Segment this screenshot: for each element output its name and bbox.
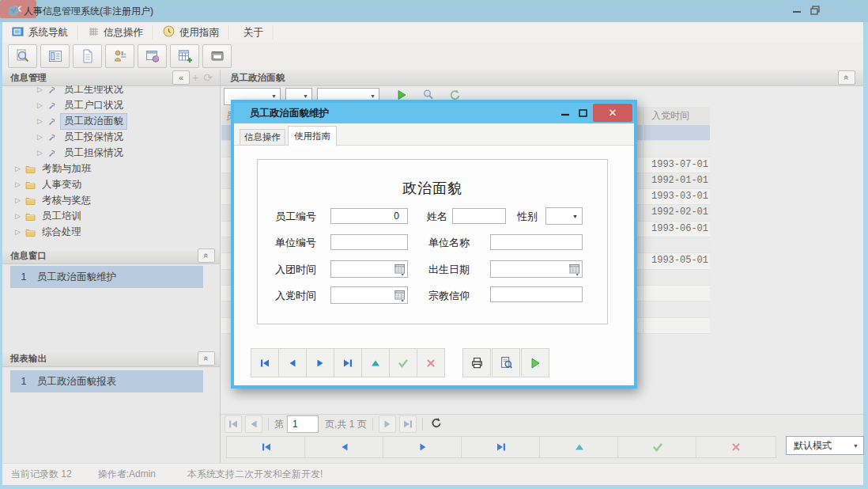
minimize-button[interactable] (787, 0, 806, 21)
tree-item[interactable]: ▷ 员工担保情况 (2, 145, 220, 161)
window-list-item[interactable]: 1 员工政治面貌维护 (10, 266, 203, 288)
first-record-button[interactable] (226, 436, 307, 458)
refresh-grid-icon[interactable] (430, 417, 442, 431)
collapse-left-icon[interactable]: « (172, 70, 190, 85)
tree-item[interactable]: ▷ 员工政治面貌 (2, 113, 220, 129)
collapse-up-icon[interactable]: « (838, 70, 855, 85)
emp-no-field[interactable] (330, 208, 408, 224)
tree-item-label[interactable]: 考勤与加班 (39, 161, 95, 176)
expand-arrow-icon[interactable]: ▷ (37, 101, 47, 109)
table-add-button[interactable] (170, 44, 199, 68)
report-panel-list: 1 员工政治面貌报表 (2, 366, 220, 463)
tree-item-label[interactable]: 考核与奖惩 (39, 193, 95, 208)
calendar-icon[interactable] (569, 263, 580, 279)
dialog-close-button[interactable]: ✕ (593, 104, 632, 122)
menu-item[interactable]: 使用指南 (153, 22, 228, 43)
cancel-button[interactable] (417, 348, 445, 377)
employee-chart-button[interactable] (105, 44, 134, 68)
report-list-item[interactable]: 1 员工政治面貌报表 (10, 370, 203, 392)
tool-icon (47, 85, 61, 95)
religion-field[interactable] (490, 286, 583, 302)
last-record-button[interactable] (461, 436, 542, 458)
tree-item-label[interactable]: 员工担保情况 (61, 146, 126, 161)
tree-item-label[interactable]: 人事变动 (39, 177, 85, 192)
mode-select[interactable]: 默认模式 ▼ (786, 436, 864, 455)
tree-item-label[interactable]: 员工投保情况 (61, 130, 126, 145)
tree-item[interactable]: ▷ 考核与奖惩 (2, 192, 220, 208)
confirm-button[interactable] (389, 348, 417, 377)
birth-date-field[interactable] (490, 260, 583, 278)
confirm-button[interactable] (617, 436, 698, 458)
tree-item[interactable]: ▷ 人事变动 (2, 176, 220, 192)
party-date-cell: 1992-01-01 (643, 173, 710, 188)
restore-button[interactable] (806, 0, 825, 21)
expand-arrow-icon[interactable]: ▷ (15, 228, 25, 236)
last-page-button[interactable] (399, 415, 417, 433)
expand-arrow-icon[interactable]: ▷ (15, 165, 25, 172)
tree-item[interactable]: ▷ 员工生理状况 (2, 85, 220, 97)
expand-arrow-icon[interactable]: ▷ (37, 85, 47, 93)
calendar-icon[interactable] (394, 263, 406, 279)
cancel-button[interactable] (696, 436, 776, 458)
next-record-button[interactable] (383, 436, 463, 458)
name-field[interactable] (452, 208, 506, 224)
expand-arrow-icon[interactable]: ▷ (15, 196, 25, 204)
tab-info-operation[interactable]: 信息操作 (240, 129, 285, 146)
insert-record-button[interactable] (539, 436, 620, 458)
tree-item[interactable]: ▷ 综合处理 (2, 224, 220, 240)
refresh-icon[interactable]: ⟳ (201, 71, 215, 84)
collapse-up-icon[interactable]: « (198, 248, 215, 263)
next-record-button[interactable] (306, 348, 334, 377)
dialog-maximize-button[interactable] (574, 103, 591, 123)
party-date-field[interactable] (330, 286, 408, 304)
party-date-cell: 1993-05-01 (643, 253, 710, 268)
print-preview-button[interactable] (492, 348, 520, 377)
first-record-button[interactable] (251, 348, 279, 377)
expand-arrow-icon[interactable]: ▷ (15, 180, 25, 188)
tree-item[interactable]: ▷ 员工投保情况 (2, 129, 220, 145)
unit-no-field[interactable] (330, 234, 408, 250)
collapse-up-icon[interactable]: « (198, 351, 215, 366)
document-button[interactable] (73, 44, 102, 68)
tree-item-label[interactable]: 综合处理 (39, 225, 85, 240)
panel-view-button[interactable] (202, 44, 232, 68)
first-page-button[interactable] (225, 415, 242, 433)
tab-user-guide[interactable]: 使用指南 (288, 126, 337, 146)
expand-arrow-icon[interactable]: ▷ (37, 149, 47, 157)
menu-item[interactable]: 关于 (229, 22, 273, 43)
tool-icon (47, 116, 61, 127)
prev-record-button[interactable] (304, 436, 385, 458)
column-separator[interactable] (643, 107, 643, 125)
menu-item[interactable]: 系统导航 (2, 22, 77, 43)
tree-item[interactable]: ▷ 员工培训 (2, 208, 220, 224)
dialog-titlebar: 员工政治面貌维护 ✕ (234, 103, 634, 123)
expand-arrow-icon[interactable]: ▷ (15, 212, 25, 220)
expand-arrow-icon[interactable]: ▷ (37, 117, 47, 125)
window-preview-button[interactable] (138, 44, 167, 68)
tree-item-label[interactable]: 员工户口状况 (61, 98, 126, 113)
print-button[interactable] (462, 348, 491, 377)
page-number-input[interactable] (287, 415, 319, 433)
calendar-icon[interactable] (394, 290, 406, 305)
insert-record-button[interactable] (361, 348, 390, 377)
expand-arrow-icon[interactable]: ▷ (37, 133, 47, 141)
tree-item-label[interactable]: 员工政治面貌 (61, 114, 126, 129)
gender-select[interactable]: ▼ (545, 207, 583, 225)
menu-item[interactable]: 信息操作 (78, 22, 153, 43)
league-date-field[interactable] (330, 260, 408, 278)
add-icon[interactable]: + (190, 71, 201, 84)
prev-record-button[interactable] (278, 348, 307, 377)
tree-item-label[interactable]: 员工生理状况 (61, 85, 126, 97)
unit-name-field[interactable] (490, 234, 583, 250)
next-page-button[interactable] (379, 415, 396, 433)
tree-item[interactable]: ▷ 考勤与加班 (2, 161, 220, 176)
form-view-button[interactable] (40, 44, 70, 68)
last-record-button[interactable] (334, 348, 362, 377)
tree-item[interactable]: ▷ 员工户口状况 (2, 97, 220, 113)
tree-item-label[interactable]: 员工培训 (39, 209, 85, 224)
column-header-partydate[interactable]: 入党时间 (651, 107, 710, 125)
dialog-minimize-button[interactable] (557, 103, 574, 123)
run-report-button[interactable] (521, 348, 549, 377)
prev-page-button[interactable] (245, 415, 262, 433)
query-search-button[interactable] (8, 44, 37, 68)
